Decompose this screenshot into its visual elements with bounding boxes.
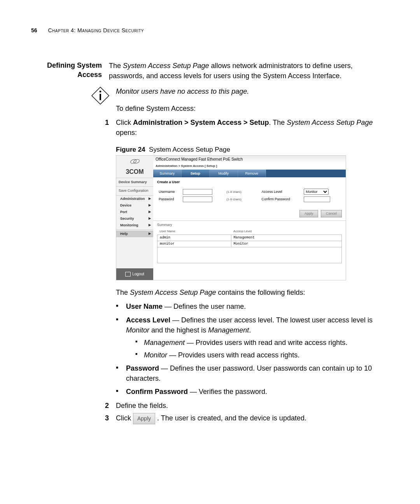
- table-row[interactable]: monitor Monitor: [158, 241, 342, 247]
- to-define: To define System Access:: [116, 103, 385, 114]
- tab-bar: Summary Setup Modify Remove: [153, 170, 266, 177]
- step-3: 3Click Apply . The user is created, and …: [105, 413, 385, 424]
- page-header: 56 Chapter 4: Managing Device Security: [31, 27, 385, 33]
- figure-caption: Figure 24 System Access Setup Page: [116, 145, 385, 155]
- sidebar-item-port[interactable]: Port▶: [116, 209, 153, 215]
- section-heading: Defining System Access: [31, 61, 109, 80]
- page-number: 56: [31, 27, 37, 33]
- section-heading-line2: Access: [31, 70, 102, 79]
- access-level-label: Access Level: [260, 189, 303, 195]
- bullet-access-level: Access Level — Defines the user access l…: [116, 315, 385, 360]
- bullet-password: Password — Defines the user password. Us…: [116, 363, 385, 383]
- chapter-title: Chapter 4: Managing Device Security: [48, 27, 144, 33]
- tab-bar-extension: [266, 170, 346, 177]
- bullet-user-name: User Name — Defines the user name.: [116, 301, 385, 312]
- steps-list-2: 2Define the fields. 3Click Apply . The u…: [105, 401, 385, 424]
- chevron-right-icon: ▶: [149, 223, 151, 228]
- page-name-em: System Access Setup Page: [123, 62, 209, 70]
- create-user-form: Create a User Username (1-8 chars) Acces…: [153, 177, 346, 208]
- col-user-name: User Name: [158, 228, 231, 234]
- sidebar-save-config[interactable]: Save Configuration: [116, 187, 153, 195]
- figure-sidebar: 3COM Device Summary Save Configuration A…: [116, 156, 153, 280]
- summary-area: Summary User Name Access Level admin Man…: [153, 221, 346, 267]
- field-bullets: User Name — Defines the user name. Acces…: [116, 301, 385, 397]
- info-note-row: Monitor users have no access to this pag…: [31, 86, 385, 114]
- sidebar-device-summary[interactable]: Device Summary: [116, 178, 153, 187]
- username-label: Username: [157, 189, 181, 195]
- note-italic: Monitor users have no access to this pag…: [116, 88, 249, 95]
- bullet-confirm-password: Confirm Password — Verifies the password…: [116, 387, 385, 397]
- apply-button[interactable]: Apply: [299, 210, 318, 217]
- apply-inline-button: Apply: [133, 413, 155, 424]
- figure-screenshot: 3COM Device Summary Save Configuration A…: [116, 155, 346, 280]
- form-heading: Create a User: [157, 180, 342, 185]
- cancel-button[interactable]: Cancel: [321, 210, 342, 217]
- svg-point-1: [100, 91, 102, 93]
- sub-bullet-monitor: Monitor — Provides users with read acces…: [135, 350, 385, 360]
- username-hint: (1-8 chars): [225, 189, 249, 195]
- brand-label: 3COM: [116, 167, 153, 178]
- chevron-right-icon: ▶: [149, 196, 151, 201]
- access-level-subbullets: Management — Provides users with read an…: [135, 338, 385, 360]
- col-access-level: Access Level: [231, 228, 341, 234]
- access-level-select[interactable]: Monitor: [304, 189, 329, 195]
- step-2: 2Define the fields.: [105, 401, 385, 411]
- section-heading-line1: Defining System: [31, 61, 102, 70]
- username-input[interactable]: [183, 189, 212, 195]
- sidebar-item-security[interactable]: Security▶: [116, 215, 153, 222]
- sub-bullet-management: Management — Provides users with read an…: [135, 338, 385, 348]
- sidebar-item-device[interactable]: Device▶: [116, 202, 153, 209]
- page: 56 Chapter 4: Managing Device Security D…: [0, 0, 420, 504]
- step-1: 1 Click Administration > System Access >…: [105, 117, 385, 138]
- svg-rect-2: [100, 94, 101, 100]
- tab-setup[interactable]: Setup: [182, 170, 210, 177]
- summary-heading: Summary: [157, 222, 342, 228]
- nav-path: Administration > System Access > Setup: [133, 119, 269, 126]
- chevron-right-icon: ▶: [149, 216, 151, 221]
- chevron-right-icon: ▶: [149, 203, 151, 208]
- chevron-right-icon: ▶: [149, 210, 151, 214]
- product-title: OfficeConnect Managed Fast Ethernet PoE …: [153, 156, 346, 163]
- password-input[interactable]: [183, 196, 212, 202]
- tab-modify[interactable]: Modify: [210, 170, 238, 177]
- steps-list: 1 Click Administration > System Access >…: [105, 117, 385, 138]
- tab-remove[interactable]: Remove: [238, 170, 266, 177]
- users-table: User Name Access Level admin Management …: [157, 228, 342, 263]
- section-row: Defining System Access The System Access…: [31, 61, 385, 81]
- logout-label: Logout: [132, 272, 144, 276]
- info-note-text: Monitor users have no access to this pag…: [116, 86, 385, 114]
- body-indent: 1 Click Administration > System Access >…: [116, 117, 385, 424]
- tab-summary[interactable]: Summary: [153, 170, 182, 177]
- info-icon: [31, 86, 112, 107]
- password-label: Password: [157, 196, 181, 202]
- confirm-password-input[interactable]: [304, 196, 330, 202]
- table-row[interactable]: admin Management: [158, 235, 342, 241]
- after-figure-intro: The System Access Setup Page contains th…: [116, 287, 385, 298]
- sidebar-item-monitoring[interactable]: Monitoring▶: [116, 222, 153, 229]
- confirm-password-label: Confirm Password: [260, 196, 303, 202]
- logout-button[interactable]: Logout: [116, 268, 153, 280]
- figure-title: System Access Setup Page: [149, 146, 230, 153]
- logout-icon: [125, 272, 131, 276]
- chevron-right-icon: ▶: [149, 231, 151, 236]
- sidebar-item-help[interactable]: Help▶: [116, 231, 153, 237]
- sidebar-item-administration[interactable]: Administration▶: [116, 196, 153, 202]
- figure-content: OfficeConnect Managed Fast Ethernet PoE …: [153, 156, 346, 280]
- logo-icon: [116, 158, 153, 167]
- intro-paragraph: The System Access Setup Page allows netw…: [109, 61, 385, 81]
- password-hint: (1-8 chars): [225, 196, 249, 202]
- breadcrumb: Administration > System Access [ Setup ]: [153, 163, 346, 170]
- form-buttons: Apply Cancel: [153, 208, 346, 221]
- figure-label: Figure 24: [116, 146, 145, 153]
